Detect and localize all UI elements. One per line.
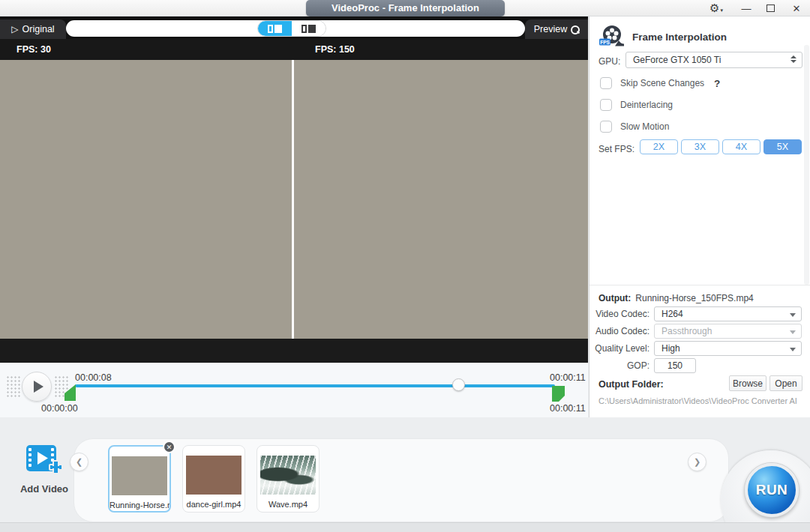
quality-level-row: Quality Level: High [590,341,810,356]
minimize-icon: — [742,3,752,14]
run-button[interactable]: RUN [745,463,799,517]
gop-label: GOP: [590,360,650,371]
gear-caret-icon: ▾ [720,7,723,13]
dropdown-arrow-icon [790,313,796,317]
fps-option-4x[interactable]: 4X [722,139,760,154]
svg-text:FPS: FPS [600,40,610,45]
panel-scrollbar[interactable] [804,45,809,285]
fps-option-3x[interactable]: 3X [681,139,719,154]
interpolated-video-frame [294,60,588,339]
audio-codec-select[interactable]: Passthrough [654,324,802,339]
timeline-bar: 00:00:08 00:00:11 00:00:00 00:00:11 [0,363,588,417]
playhead-handle[interactable] [452,378,465,391]
grip-handle-icon[interactable] [6,375,21,398]
dancer-thumb-still [112,456,167,495]
fps-option-2x[interactable]: 2X [640,139,678,154]
chevron-right-icon: ❯ [694,457,700,467]
dropdown-arrow-icon [790,348,796,351]
dancer-video-still [0,60,292,339]
original-fps-label: FPS: 30 [16,44,51,55]
audio-codec-value: Passthrough [662,326,712,336]
open-button[interactable]: Open [770,375,802,391]
fps-option-5x[interactable]: 5X [764,139,802,154]
panel-header: FPS Frame Interpolation [598,23,727,50]
film-reel-fps-icon: FPS [598,23,626,50]
interpolated-fps-label: FPS: 150 [315,44,355,55]
file-name-label: dance-girl.mp4 [183,500,244,509]
title-bar: VideoProc - Frame Interpolation ⚙▾ — ✕ [0,0,810,16]
dropdown-arrow-icon [790,330,796,334]
letterbox-bar [0,339,588,363]
running-horse-thumbnail [112,456,167,495]
play-icon [34,381,44,393]
video-codec-label: Video Codec: [590,309,650,319]
gop-row: GOP: 150 [590,358,810,373]
trim-end-handle[interactable] [552,386,565,402]
fps-info-bar: FPS: 30 FPS: 150 [0,39,588,60]
help-icon[interactable]: ? [714,78,720,89]
skip-scene-changes-checkbox[interactable] [600,77,612,89]
quality-level-value: High [662,343,680,354]
bottom-edge-strip [0,522,810,532]
single-view-icon [302,25,316,33]
split-view-icon [268,25,282,33]
slow-motion-row: Slow Motion [600,121,669,133]
scroll-left-button[interactable]: ❮ [70,453,88,471]
single-view-button[interactable] [292,21,326,36]
close-button[interactable]: ✕ [788,0,806,16]
add-video-button[interactable]: Add Video [10,443,78,495]
video-codec-row: Video Codec: H264 [590,306,810,321]
maximize-button[interactable] [762,0,778,16]
settings-panel: FPS Frame Interpolation GPU: GeForce GTX… [589,16,810,417]
spinner-arrows-icon [790,55,796,63]
video-codec-value: H264 [662,309,683,319]
audio-codec-row: Audio Codec: Passthrough [590,324,810,339]
timeline-track[interactable] [75,384,555,387]
scroll-right-button[interactable]: ❯ [688,453,706,471]
file-thumb-dance-girl[interactable]: dance-girl.mp4 [182,445,245,513]
video-codec-select[interactable]: H264 [654,306,802,321]
play-button[interactable] [22,372,52,402]
file-thumb-running-horse[interactable]: ✕ [108,445,171,513]
remove-file-button[interactable]: ✕ [163,441,176,453]
wave-thumbnail [260,456,316,495]
output-filename: Running-Horse_150FPS.mp4 [635,293,753,303]
original-video-frame [0,60,292,339]
media-bar: Add Video ❮ ❯ ✕ [0,417,810,532]
deinterlacing-checkbox[interactable] [600,99,612,111]
magnifier-icon [571,25,579,34]
output-filename-row: Output:Running-Horse_150FPS.mp4 [598,293,754,303]
output-folder-label: Output Folder: [598,379,664,390]
dancer-video-still [294,60,588,339]
file-thumb-wave[interactable]: Wave.mp4 [256,445,320,513]
section-divider [590,285,810,285]
minimize-button[interactable]: — [738,0,754,16]
gop-input[interactable]: 150 [654,358,696,373]
slow-motion-checkbox[interactable] [600,121,612,133]
close-icon: ✕ [793,3,801,14]
audio-codec-label: Audio Codec: [590,326,650,336]
gpu-select[interactable]: GeForce GTX 1050 Ti [626,52,802,68]
output-label: Output: [598,293,631,303]
maximize-icon [766,4,775,12]
end-time-bottom-label: 00:00:11 [550,403,586,414]
preview-tab-label: Preview [534,24,567,34]
slow-motion-label: Slow Motion [620,121,669,132]
play-outline-icon: ▷ [11,24,18,34]
settings-gear-button[interactable]: ⚙▾ [706,0,726,16]
chevron-left-icon: ❮ [76,457,82,467]
gpu-select-value: GeForce GTX 1050 Ti [633,55,721,65]
set-fps-label: Set FPS: [598,144,634,154]
preview-stage: ▷ Original Preview FPS: 30 FPS: 150 [0,16,588,417]
skip-scene-changes-label: Skip Scene Changes [620,78,704,88]
add-video-label: Add Video [10,483,78,495]
file-name-label: Running-Horse.m [110,501,170,510]
trim-start-handle[interactable] [64,384,76,401]
original-tab[interactable]: ▷ Original [0,19,66,39]
split-view-button-active[interactable] [258,21,292,36]
browse-button[interactable]: Browse [729,375,766,391]
quality-level-label: Quality Level: [590,343,650,354]
preview-tab[interactable]: Preview [525,19,588,39]
quality-level-select[interactable]: High [654,341,802,356]
output-folder-path: C:\Users\Administrator\Videos\VideoProc … [598,396,797,405]
